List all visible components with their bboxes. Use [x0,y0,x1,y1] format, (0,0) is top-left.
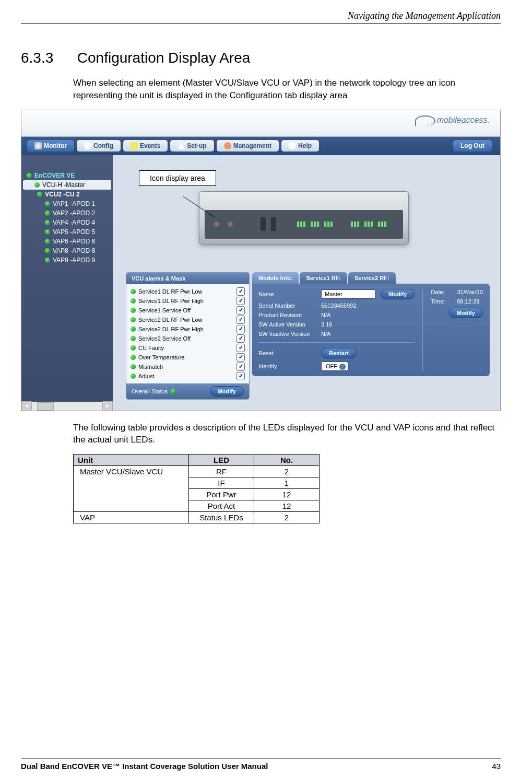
alarm-list: Service1 DL RF Pwr Low✓ Service1 DL RF P… [126,284,249,383]
checkbox[interactable]: ✓ [237,325,245,333]
page-number: 43 [492,762,501,771]
page-header: Navigating the Management Application [21,10,501,24]
table-cell: Port Act [189,500,254,512]
checkbox[interactable]: ✓ [237,297,245,305]
date-value: 31/Mar/10 [457,289,483,295]
tree-item-master[interactable]: VCU-H -Master [23,180,111,190]
tree-item-vap5[interactable]: VAP5 -APOD 5 [21,227,113,237]
tab-module-info[interactable]: Module Info: [252,272,299,284]
status-dot-icon [45,248,50,253]
identity-dropdown[interactable]: OFF [321,362,348,371]
info-tabs: Module Info: Service1 RF: Service2 RF: [252,272,490,284]
tab-events[interactable]: Events [123,139,168,152]
tree-item-vap4[interactable]: VAP4 -APOD 4 [21,218,113,227]
restart-button[interactable]: Restart [321,348,357,358]
tab-service2-rf[interactable]: Service2 RF: [348,272,396,284]
tab-config[interactable]: Config [76,139,121,152]
checkbox[interactable]: ✓ [237,372,245,380]
section-title: Configuration Display Area [77,50,251,66]
checkbox[interactable]: ✓ [237,287,245,296]
swactive-value: 3.16 [321,321,332,328]
device-front-panel [205,210,403,239]
date-label: Date: [431,289,452,295]
led-group [311,222,319,227]
tree-item-vap8[interactable]: VAP8 -APOD 8 [21,246,113,255]
status-dot-icon [131,345,136,351]
tab-management[interactable]: Management [216,139,279,152]
th-no: No. [254,454,320,466]
tab-setup[interactable]: Set-up [170,139,214,152]
scroll-right-icon[interactable]: ► [102,401,113,411]
page-footer: Dual Band EnCOVER VE™ Instant Coverage S… [21,759,501,771]
status-dot-icon [131,374,136,379]
table-cell: 12 [254,500,320,512]
svg-line-0 [183,196,215,217]
table-cell: IF [189,477,254,489]
alarm-item: Service2 Service Off✓ [129,334,246,343]
alarm-item: Over Temperature✓ [129,353,246,362]
tree-item-vap9[interactable]: VAP9 -APOD 9 [21,255,113,265]
status-dot-icon [131,289,136,294]
info-panel: Module Info: Service1 RF: Service2 RF: N… [252,272,490,400]
port-icon [261,217,266,231]
knob-icon [212,220,221,228]
tab-service1-rf[interactable]: Service1 RF: [300,272,347,284]
scroll-left-icon[interactable]: ◄ [21,401,32,411]
checkbox[interactable]: ✓ [237,353,245,362]
modify-button[interactable]: Modify [210,386,244,397]
status-dot-icon [27,173,32,178]
time-label: Time: [431,298,452,305]
table-cell: Status LEDs [189,512,254,523]
logout-button[interactable]: Log Out [453,139,492,152]
scrollbar[interactable]: ◄ ► [21,402,113,411]
identity-label: Identity [258,363,316,369]
tab-bar: Monitor Config Events Set-up Management … [21,137,500,155]
info-column-right: Date:31/Mar/10 Time:08:12:39 Modify [431,289,483,371]
footer-title: Dual Band EnCOVER VE™ Instant Coverage S… [21,762,268,771]
checkbox[interactable]: ✓ [237,363,245,371]
serial-value: 55133455992 [321,302,356,309]
modify-button[interactable]: Modify [449,308,483,318]
checkbox[interactable]: ✓ [237,344,245,352]
tree-item-vap1[interactable]: VAP1 -APOD 1 [21,199,113,208]
checkbox[interactable]: ✓ [237,316,245,324]
divider [422,289,423,371]
modify-button[interactable]: Modify [381,289,415,299]
swinactive-value: N/A [321,331,330,337]
status-dot-icon [131,308,136,313]
table-cell: 2 [254,466,320,477]
info-body: NameMasterModify Serial Number5513345599… [252,284,490,376]
divider [258,342,415,343]
tree-root[interactable]: EnCOVER VE [21,171,113,180]
management-icon [224,142,231,149]
tree-item-vap6[interactable]: VAP6 -APOD 6 [21,237,113,246]
checkbox[interactable]: ✓ [237,306,245,314]
panels-row: VCU alarms & Mask Service1 DL RF Pwr Low… [126,272,490,400]
table-cell: 2 [254,512,320,523]
checkbox[interactable]: ✓ [237,334,245,343]
scroll-thumb[interactable] [37,402,54,411]
swinactive-label: SW Inactive Version [258,331,316,337]
table-cell: 1 [254,477,320,489]
tab-monitor[interactable]: Monitor [27,139,75,152]
revision-value: N/A [321,312,330,318]
swactive-label: SW Active Version [258,321,316,328]
status-dot-icon [131,355,136,360]
alarm-item: Adjust✓ [129,371,246,381]
tree-item-vcu2[interactable]: VCU2 -CU 2 [21,190,113,199]
led-group [351,222,359,227]
app-screenshot: mobileaccess. Monitor Config Events Set-… [21,110,501,411]
tree-item-vap2[interactable]: VAP2 -APOD 2 [21,208,113,218]
monitor-icon [34,142,42,149]
alarm-item: Mismatch✓ [129,362,246,371]
tab-help[interactable]: Help [281,139,320,152]
status-dot-icon [45,229,50,235]
paragraph-1: When selecting an element (Master VCU/Sl… [73,77,501,102]
app-header: mobileaccess. [21,110,500,137]
paragraph-2: The following table provides a descripti… [73,422,501,447]
led-group [378,222,386,227]
setup-icon [178,142,185,149]
led-table: Unit LED No. Master VCU/Slave VCU RF 2 I… [73,454,320,523]
alarm-item: Service1 DL RF Pwr Low✓ [129,287,246,296]
name-input[interactable]: Master [321,289,375,299]
